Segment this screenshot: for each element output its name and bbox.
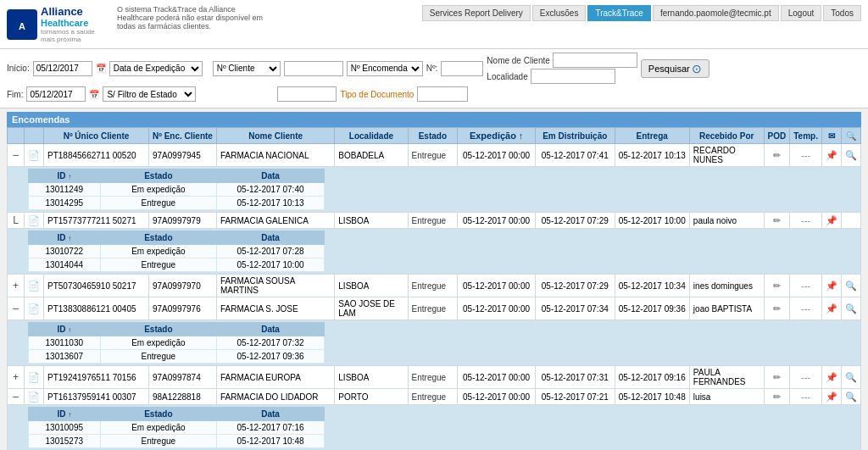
edit-icon[interactable]: ✏ — [773, 150, 781, 160]
row-search-icon[interactable]: 🔍 — [845, 150, 857, 160]
localidade-cell: LISBOA — [335, 366, 408, 389]
exclusoes-button[interactable]: Exclusões — [532, 5, 587, 21]
sub-data-cell: 05-12-2017 09:36 — [217, 350, 325, 364]
fim-calendar-icon[interactable]: 📅 — [89, 90, 99, 99]
tipo-doc-input[interactable] — [417, 86, 468, 102]
pod-cell[interactable]: ✏ — [764, 275, 790, 297]
expedicao-select[interactable]: Data de Expedição — [109, 61, 203, 76]
th-expedicao[interactable]: Expedição — [458, 128, 536, 144]
expand-button[interactable]: – — [11, 303, 20, 314]
th-temp: Temp. — [790, 128, 822, 144]
table-row: L 📄 PT15773777211 50271 97A0997979 FARMA… — [8, 213, 861, 229]
pin-icon[interactable]: 📌 — [826, 150, 837, 160]
row-search-icon[interactable]: 🔍 — [845, 303, 857, 314]
localidade-input[interactable] — [531, 69, 615, 84]
pod-cell[interactable]: ✏ — [764, 389, 790, 405]
localidade-cell: LISBOA — [335, 275, 408, 297]
nr-cliente-input2[interactable] — [277, 86, 337, 102]
entrega-cell: 05-12-2017 10:13 — [615, 144, 689, 167]
expedicao-cell: 05-12-2017 00:00 — [458, 297, 536, 320]
row-icon-cell: 📄 — [25, 297, 44, 320]
user-email-button[interactable]: fernando.paomole@tecmic.pt — [653, 5, 779, 21]
nr-cliente-input[interactable] — [284, 61, 343, 76]
expand-button[interactable]: + — [11, 371, 20, 383]
trackandtrace-button[interactable]: Track&Trace — [587, 5, 651, 21]
header: A Alliance Healthcare tornamos a saúde m… — [0, 0, 868, 49]
pin-icon[interactable]: 📌 — [826, 372, 837, 382]
edit-icon[interactable]: ✏ — [773, 392, 781, 402]
search-cell[interactable]: 🔍 — [841, 275, 860, 297]
email-cell[interactable]: 📌 — [821, 297, 841, 320]
email-cell[interactable]: 📌 — [821, 144, 841, 167]
expand-cell[interactable]: – — [8, 144, 25, 167]
inicio-input[interactable] — [33, 61, 92, 76]
pod-cell[interactable]: ✏ — [764, 366, 790, 389]
distribuicao-cell: 05-12-2017 07:29 — [535, 275, 615, 297]
nr-input[interactable] — [441, 61, 483, 76]
pin-icon[interactable]: 📌 — [826, 392, 837, 402]
inicio-label: Início: — [7, 64, 30, 73]
email-cell[interactable]: 📌 — [821, 389, 841, 405]
sub-data-cell: 05-12-2017 10:48 — [217, 435, 325, 448]
nome-cliente-input[interactable] — [553, 53, 637, 68]
todos-button[interactable]: Todos — [823, 5, 861, 21]
edit-icon[interactable]: ✏ — [773, 303, 781, 314]
nome-cell: FARMACIA NACIONAL — [216, 144, 334, 167]
distribuicao-cell: 05-12-2017 07:34 — [535, 297, 615, 320]
inicio-calendar-icon[interactable]: 📅 — [96, 64, 106, 73]
sub-table-row: 13010722 Em expedição 05-12-2017 07:28 — [29, 245, 325, 258]
pod-cell[interactable]: ✏ — [764, 213, 790, 229]
nr-encomenda-select[interactable]: Nº Encomenda — [347, 61, 423, 76]
search-cell[interactable] — [841, 213, 860, 229]
row-search-icon[interactable]: 🔍 — [845, 372, 857, 382]
table-row: – 📄 PT13830886121 00405 97A0997976 FARMA… — [8, 297, 861, 320]
expand-button[interactable]: – — [11, 149, 20, 161]
sub-th-id: ID ↑ — [29, 231, 101, 245]
pod-cell[interactable]: ✏ — [764, 144, 790, 167]
row-search-icon[interactable]: 🔍 — [845, 392, 857, 402]
expand-cell[interactable]: – — [8, 389, 25, 405]
email-cell[interactable]: 📌 — [821, 213, 841, 229]
estado-cell: Entregue — [408, 389, 458, 405]
sub-estado-cell: Em expedição — [100, 183, 216, 197]
expand-cell[interactable]: L — [8, 213, 25, 229]
expedicao-cell: 05-12-2017 00:00 — [458, 366, 536, 389]
fim-input[interactable] — [26, 86, 86, 102]
sub-th-id: ID ↑ — [29, 408, 101, 421]
expand-button[interactable]: – — [11, 391, 20, 403]
search-cell[interactable]: 🔍 — [841, 297, 860, 320]
pin-icon[interactable]: 📌 — [826, 303, 837, 314]
edit-icon[interactable]: ✏ — [773, 215, 781, 225]
temp-cell: --- — [790, 144, 822, 167]
pod-cell[interactable]: ✏ — [764, 297, 790, 320]
expand-button[interactable]: L — [11, 214, 20, 226]
temp-value: --- — [801, 150, 810, 160]
nr-cliente-select[interactable]: Nº Cliente — [213, 61, 281, 76]
table-row: + 📄 PT50730465910 50217 97A0997970 FARMA… — [8, 275, 861, 297]
estado-select[interactable]: S/ Filtro de Estado — [103, 86, 196, 102]
nome-cell: FARMACIA DO LIDADOR — [216, 389, 334, 405]
expand-cell[interactable]: + — [8, 366, 25, 389]
email-cell[interactable]: 📌 — [821, 275, 841, 297]
search-cell[interactable]: 🔍 — [841, 144, 860, 167]
expand-button[interactable]: + — [11, 280, 20, 292]
pin-icon[interactable]: 📌 — [826, 215, 837, 225]
sub-table: ID ↑ Estado Data 13011249 Em expedição 0… — [28, 169, 325, 210]
services-report-button[interactable]: Services Report Delivery — [422, 5, 531, 21]
nome-cell: FARMACIA EUROPA — [216, 366, 334, 389]
expand-cell[interactable]: + — [8, 275, 25, 297]
logout-button[interactable]: Logout — [781, 5, 822, 21]
logo-slogan: tornamos a saúde mais próxima — [41, 28, 108, 43]
pin-icon[interactable]: 📌 — [826, 281, 837, 291]
expand-cell[interactable]: – — [8, 297, 25, 320]
row-search-icon[interactable]: 🔍 — [845, 281, 857, 291]
search-cell[interactable]: 🔍 — [841, 389, 860, 405]
edit-icon[interactable]: ✏ — [773, 281, 781, 291]
search-button[interactable]: Pesquisar ⊙ — [641, 59, 709, 78]
email-cell[interactable]: 📌 — [821, 366, 841, 389]
sub-th-id: ID ↑ — [29, 323, 101, 336]
entrega-cell: 05-12-2017 10:48 — [615, 389, 689, 405]
edit-icon[interactable]: ✏ — [773, 372, 781, 382]
search-cell[interactable]: 🔍 — [841, 366, 860, 389]
th-icon — [25, 128, 44, 144]
